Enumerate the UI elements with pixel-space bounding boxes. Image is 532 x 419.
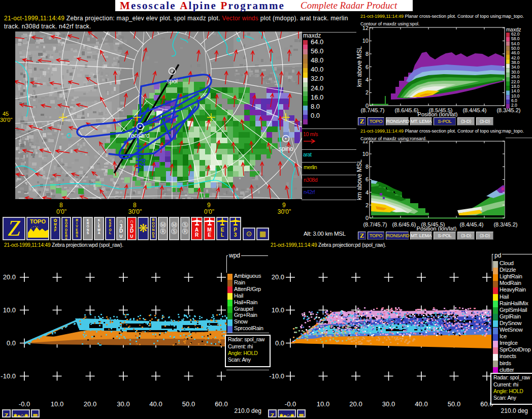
svg-text:0.0: 0.0 [7, 339, 16, 347]
svg-text:-0.0: -0.0 [19, 400, 30, 408]
svg-text:Position (lon/lat): Position (lon/lat) [418, 111, 458, 117]
svg-text:20.0: 20.0 [349, 400, 362, 408]
svg-text:2: 2 [365, 202, 369, 208]
svg-text:20.0: 20.0 [272, 273, 284, 281]
svg-text:0: 0 [365, 215, 369, 221]
svg-text:(8.3/45.2): (8.3/45.2) [493, 221, 517, 228]
svg-text:6: 6 [365, 176, 369, 182]
svg-text:-10.0: -10.0 [1, 372, 16, 380]
svg-text:10.0: 10.0 [272, 306, 284, 314]
svg-text:50.0: 50.0 [182, 400, 195, 408]
svg-text:(8.6/45.6): (8.6/45.6) [392, 221, 416, 228]
svg-text:(8.7/45.7): (8.7/45.7) [363, 221, 387, 228]
svg-text:-10.0: -10.0 [269, 372, 284, 380]
svg-text:(8.4/45.4): (8.4/45.4) [462, 107, 486, 113]
svg-text:P3: P3 [139, 158, 146, 166]
svg-text:10.0: 10.0 [317, 400, 329, 408]
svg-text:8: 8 [365, 164, 369, 170]
svg-text:4: 4 [365, 77, 369, 83]
svg-text:30.0: 30.0 [382, 400, 395, 408]
svg-text:40.0: 40.0 [149, 400, 162, 408]
svg-text:4: 4 [365, 189, 369, 196]
svg-text:(8.4/45.4): (8.4/45.4) [459, 221, 483, 228]
svg-text:2: 2 [365, 89, 369, 95]
svg-text:10.0: 10.0 [3, 306, 16, 314]
svg-text:60.0: 60.0 [215, 400, 227, 408]
svg-text:12: 12 [362, 141, 369, 144]
svg-text:20.0: 20.0 [3, 273, 16, 281]
svg-text:(8.7/45.7): (8.7/45.7) [360, 107, 384, 113]
svg-text:40.0: 40.0 [415, 400, 427, 408]
svg-text:km above MSL: km above MSL [356, 159, 363, 200]
svg-text:6: 6 [365, 64, 369, 70]
svg-text:spol: spol [167, 78, 178, 85]
svg-text:50.0: 50.0 [448, 400, 460, 408]
svg-text:2.0: 2.0 [511, 103, 517, 108]
svg-text:10: 10 [362, 151, 369, 157]
svg-text:210.0 deg: 210.0 deg [235, 407, 261, 414]
svg-text:10.0: 10.0 [51, 400, 63, 408]
svg-text:km above MSL: km above MSL [356, 46, 363, 87]
svg-text:30.0: 30.0 [117, 400, 129, 408]
svg-text:20.0: 20.0 [84, 400, 96, 408]
svg-text:ronsard: ronsard [129, 132, 150, 139]
svg-text:spino: spino [279, 145, 293, 152]
svg-text:-0.0: -0.0 [285, 400, 296, 408]
svg-text:(8.6/45.6): (8.6/45.6) [394, 107, 418, 113]
svg-text:12: 12 [362, 25, 369, 31]
svg-text:0.0: 0.0 [275, 339, 284, 347]
svg-text:8: 8 [365, 51, 369, 57]
svg-text:Position (lon/lat): Position (lon/lat) [417, 225, 457, 231]
svg-text:210.0 deg: 210.0 deg [501, 407, 528, 414]
svg-text:10: 10 [362, 38, 369, 44]
